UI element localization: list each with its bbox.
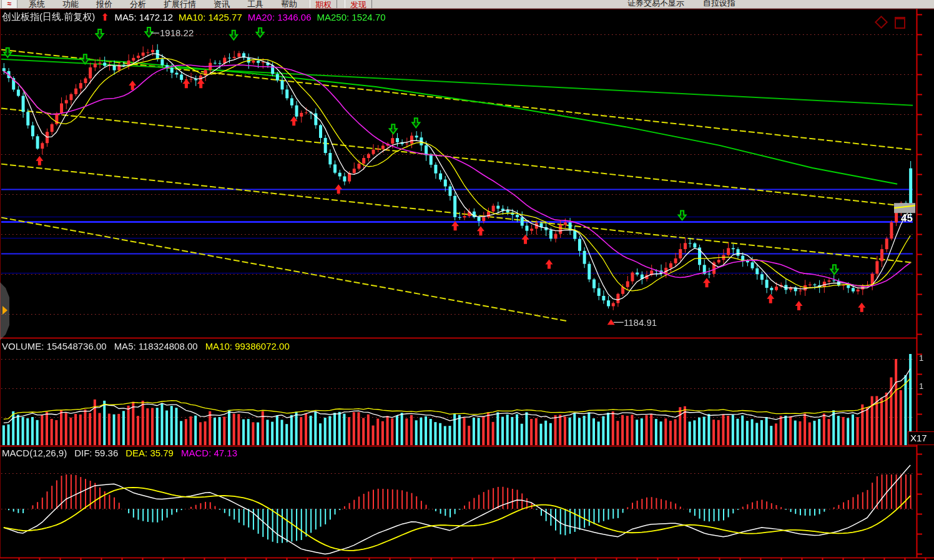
volume-ma5: MA5: 118324808.00	[114, 341, 198, 351]
ma20-legend: MA20: 1346.06	[248, 12, 312, 22]
volume-scale-badge: X17	[908, 431, 934, 445]
menu-item-options[interactable]: 期权	[310, 0, 337, 9]
menu-item-tools[interactable]: 工具	[238, 0, 272, 9]
menu-item-quotes[interactable]: 报价	[87, 0, 121, 9]
ma250-legend: MA250: 1524.70	[317, 12, 385, 22]
status-trade-display[interactable]: 证券交易不显示	[627, 0, 684, 7]
ma5-legend: MA5: 1472.12	[115, 12, 173, 22]
trend-up-arrow-icon: ⬆	[101, 14, 109, 21]
app-logo-icon[interactable]: ≈	[1, 0, 17, 9]
macd-header: MACD(12,26,9) DIF: 59.36 DEA: 35.79 MACD…	[2, 448, 237, 458]
expand-arrow-icon	[2, 306, 7, 315]
volume-ma10: MA10: 99386072.00	[205, 341, 290, 351]
menu-item-system[interactable]: 系统	[20, 0, 54, 9]
terminal-window: ≈ 系统 功能 报价 分析 扩展行情 资讯 工具 帮助 期权 发现 证券交易不显…	[0, 0, 934, 560]
main-chart-header: 创业板指(日线.前复权) ⬆ MA5: 1472.12 MA10: 1425.7…	[2, 11, 386, 23]
low-price-label: 1184.91	[624, 317, 657, 328]
page-title: 创业板指(日线.前复权)	[2, 11, 95, 23]
volume-axis-label-1: 1	[919, 353, 923, 363]
macd-dea: DEA: 35.79	[125, 448, 174, 458]
menu-bar: ≈ 系统 功能 报价 分析 扩展行情 资讯 工具 帮助 期权 发现 证券交易不显…	[0, 0, 934, 9]
window-tile-icon[interactable]	[895, 17, 905, 29]
menu-item-help[interactable]: 帮助	[272, 0, 306, 9]
macd-value: MACD: 47.13	[181, 448, 237, 458]
macd-dif: DIF: 59.36	[74, 448, 118, 458]
high-price-label: 1918.22	[160, 27, 194, 38]
macd-title: MACD(12,26,9)	[2, 448, 67, 458]
status-custom-indicator[interactable]: 自拉设指	[703, 0, 735, 7]
menu-item-discover[interactable]: 发现	[345, 0, 372, 9]
last-price-partial-label: 45	[901, 212, 913, 225]
menu-item-extended[interactable]: 扩展行情	[155, 0, 205, 9]
volume-value: VOLUME: 154548736.00	[2, 341, 107, 351]
volume-axis-label-2: 1	[919, 381, 923, 391]
menu-item-news[interactable]: 资讯	[205, 0, 238, 9]
kline-chart-canvas[interactable]	[0, 0, 934, 560]
ma10-legend: MA10: 1425.77	[179, 12, 242, 22]
menu-item-analysis[interactable]: 分析	[121, 0, 155, 9]
menu-item-function[interactable]: 功能	[54, 0, 87, 9]
volume-header: VOLUME: 154548736.00 MA5: 118324808.00 M…	[2, 341, 290, 351]
